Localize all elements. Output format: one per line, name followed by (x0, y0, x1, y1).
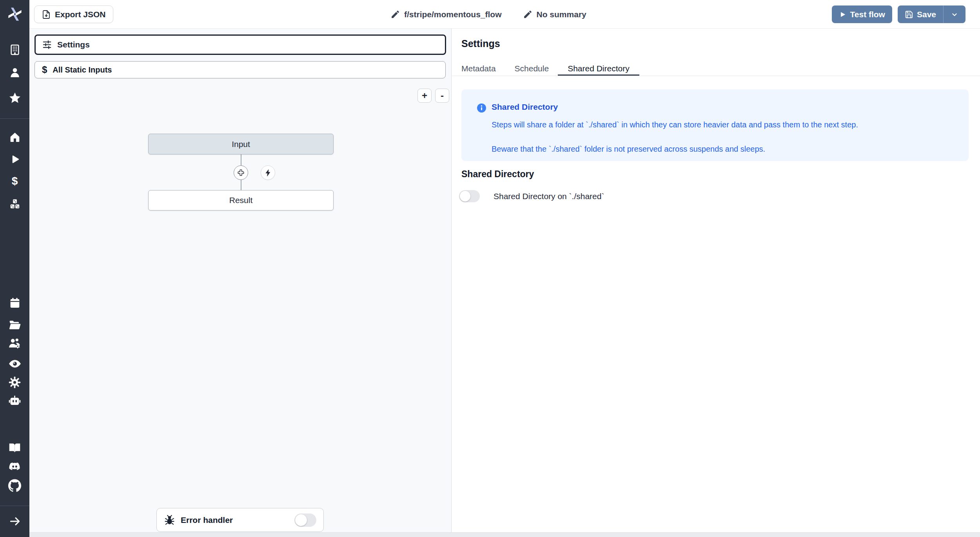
calendar-icon (9, 297, 21, 309)
github-icon (8, 479, 21, 492)
flow-summary: No summary (537, 10, 586, 19)
chevron-down-icon (950, 10, 959, 19)
users-settings-icon (8, 337, 21, 350)
play-icon (9, 154, 21, 165)
flow-settings-label: Settings (57, 40, 90, 49)
sidebar-item-github[interactable] (0, 479, 29, 492)
sidebar-item-resources[interactable] (0, 197, 29, 210)
tab-shared-directory[interactable]: Shared Directory (558, 62, 639, 76)
save-button[interactable]: Save (898, 5, 943, 23)
shared-directory-section-title: Shared Directory (461, 169, 534, 180)
dollar-icon: $ (12, 175, 18, 187)
toggle-knob (295, 514, 307, 526)
zoom-out-label: - (441, 91, 444, 100)
export-json-button[interactable]: Export JSON (34, 5, 113, 23)
user-icon (9, 66, 21, 79)
sidebar-item-runs[interactable] (0, 153, 29, 166)
zoom-in-label: + (422, 91, 427, 100)
sidebar-item-workers[interactable] (0, 394, 29, 407)
tab-schedule[interactable]: Schedule (515, 62, 549, 76)
topbar-actions: Test flow Save (832, 5, 966, 23)
flow-summary-edit[interactable]: No summary (523, 9, 586, 19)
sidebar-item-discord[interactable] (0, 460, 29, 473)
settings-panel: Settings Metadata Schedule Shared Direct… (452, 29, 980, 532)
flow-settings-node[interactable]: Settings (34, 34, 446, 55)
input-node-label: Input (232, 140, 250, 149)
export-json-label: Export JSON (55, 10, 106, 19)
pencil-icon (523, 9, 533, 19)
discord-icon (8, 460, 21, 473)
dollar-icon: $ (42, 64, 47, 75)
save-button-group: Save (898, 5, 965, 23)
pencil-icon (390, 9, 400, 19)
flow-canvas: Settings $ All Static Inputs + - Input (29, 29, 452, 532)
save-label: Save (917, 10, 936, 19)
zoom-out-button[interactable]: - (435, 89, 449, 103)
sidebar-item-logo[interactable] (0, 5, 29, 23)
bot-icon (8, 394, 21, 407)
arrow-right-icon (9, 515, 21, 528)
sidebar: $ (0, 0, 29, 537)
sidebar-item-settings[interactable] (0, 376, 29, 389)
breadcrumb: f/stripe/momentous_flow No summary (390, 0, 586, 29)
file-export-icon (42, 10, 51, 19)
sidebar-item-workspace[interactable] (0, 43, 29, 56)
windmill-logo-icon (7, 6, 23, 22)
save-icon (905, 10, 913, 19)
sidebar-item-schedules[interactable] (0, 296, 29, 310)
error-handler-toggle[interactable] (294, 513, 316, 527)
toggle-knob (460, 191, 470, 201)
sidebar-item-groups[interactable] (0, 336, 29, 350)
panel-title: Settings (461, 38, 500, 49)
add-step-button[interactable] (234, 165, 248, 180)
save-dropdown-button[interactable] (943, 5, 965, 23)
result-node[interactable]: Result (148, 190, 334, 210)
sliders-icon (42, 40, 52, 50)
trigger-button[interactable] (261, 165, 275, 180)
plus-icon (237, 169, 245, 177)
sidebar-item-audit[interactable] (0, 357, 29, 370)
zoom-in-button[interactable]: + (417, 89, 432, 103)
input-node[interactable]: Input (148, 134, 334, 154)
sidebar-item-variables[interactable]: $ (0, 174, 29, 188)
sidebar-item-home[interactable] (0, 131, 29, 144)
error-handler-node[interactable]: Error handler (156, 508, 324, 532)
info-line-2: Beware that the `./shared` folder is not… (492, 145, 765, 154)
star-icon (8, 91, 22, 105)
book-open-icon (8, 441, 21, 454)
sidebar-collapse-button[interactable] (0, 515, 29, 528)
info-icon (477, 103, 486, 112)
all-static-inputs-label: All Static Inputs (53, 65, 112, 74)
sidebar-item-folders[interactable] (0, 318, 29, 331)
sidebar-item-user[interactable] (0, 66, 29, 79)
eye-icon (8, 357, 22, 370)
test-flow-label: Test flow (850, 10, 885, 19)
flow-path-edit[interactable]: f/stripe/momentous_flow (390, 9, 502, 19)
home-icon (9, 131, 21, 143)
sidebar-item-favorites[interactable] (0, 91, 29, 105)
shared-directory-toggle[interactable] (459, 190, 480, 202)
result-node-label: Result (229, 196, 253, 205)
tab-metadata[interactable]: Metadata (461, 62, 496, 76)
sidebar-divider (0, 506, 29, 506)
folder-open-icon (8, 318, 21, 331)
shared-directory-info-box: Shared Directory Steps will share a fold… (461, 89, 969, 161)
bug-icon (164, 514, 175, 526)
settings-gear-icon (8, 376, 21, 389)
play-icon (839, 11, 847, 18)
flow-path: f/stripe/momentous_flow (404, 10, 502, 19)
zap-icon (264, 169, 272, 177)
boxes-icon (9, 198, 21, 210)
topbar: Export JSON f/stripe/momentous_flow No s… (29, 0, 980, 29)
error-handler-label: Error handler (181, 515, 233, 525)
shared-directory-toggle-label: Shared Directory on `./shared` (494, 192, 604, 201)
building-icon (9, 44, 21, 56)
bottom-strip (29, 532, 980, 537)
shared-directory-toggle-row: Shared Directory on `./shared` (459, 190, 604, 202)
test-flow-button[interactable]: Test flow (832, 5, 892, 23)
windmill-flow-editor: $ (0, 0, 980, 537)
all-static-inputs-node[interactable]: $ All Static Inputs (34, 61, 446, 78)
sidebar-divider (0, 118, 29, 119)
sidebar-item-docs[interactable] (0, 441, 29, 454)
info-title: Shared Directory (492, 102, 558, 112)
